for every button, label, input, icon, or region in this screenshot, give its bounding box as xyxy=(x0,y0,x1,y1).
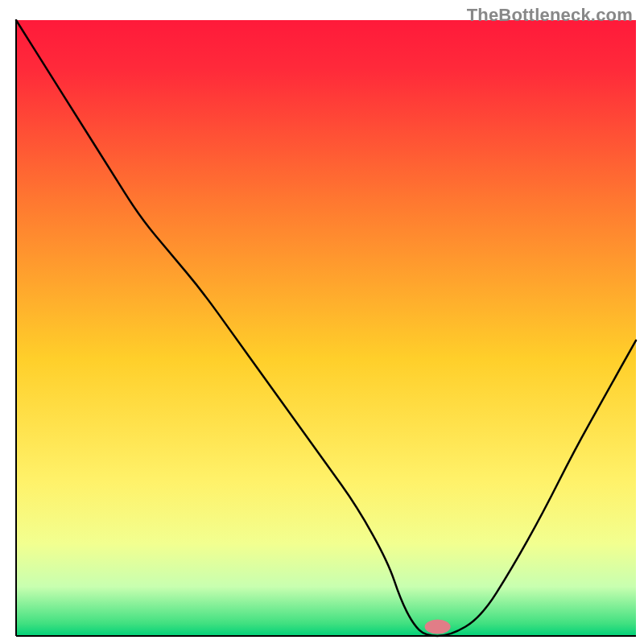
chart-svg xyxy=(0,0,644,644)
chart-container: TheBottleneck.com xyxy=(0,0,644,644)
watermark-text: TheBottleneck.com xyxy=(467,5,633,26)
highlight-marker xyxy=(425,620,451,634)
chart-background xyxy=(16,20,636,636)
